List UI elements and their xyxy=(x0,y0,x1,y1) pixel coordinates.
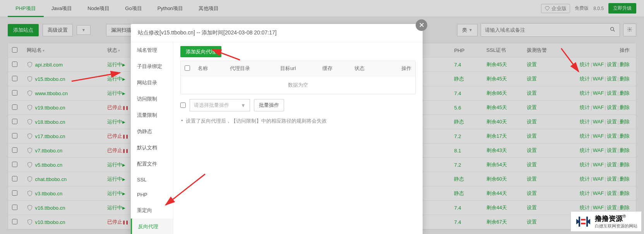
proxy-col-target: 目标url xyxy=(276,61,319,76)
batch-row: 请选择批量操作 ▼ 批量操作 xyxy=(180,99,416,111)
batch-checkbox[interactable] xyxy=(180,102,186,108)
side-item-4[interactable]: 流量限制 xyxy=(131,107,173,123)
proxy-col-name: 名称 xyxy=(194,61,226,76)
side-item-11[interactable]: 反向代理 xyxy=(131,219,173,234)
side-item-6[interactable]: 默认文档 xyxy=(131,140,173,156)
side-item-3[interactable]: 访问限制 xyxy=(131,91,173,107)
svg-rect-10 xyxy=(581,223,586,224)
watermark-logo-icon xyxy=(575,215,592,228)
side-item-8[interactable]: SSL xyxy=(131,172,173,187)
watermark-subtitle: 白嫖互联网资源的网站 xyxy=(595,223,637,229)
modal-title: 站点修改[v15.ttbobo.cn] -- 添加时间[2024-03-08 2… xyxy=(131,24,423,42)
chevron-down-icon: ▼ xyxy=(241,102,246,108)
site-edit-modal: ✕ 站点修改[v15.ttbobo.cn] -- 添加时间[2024-03-08… xyxy=(131,24,423,234)
proxy-note: 设置了反向代理后，【访问限制】中的相应路径的规则将会失效 xyxy=(180,118,416,125)
side-item-0[interactable]: 域名管理 xyxy=(131,42,173,58)
watermark-title: 撸撸资源 xyxy=(595,215,623,222)
svg-rect-9 xyxy=(581,219,586,220)
empty-text: 数据为空 xyxy=(181,76,416,94)
side-item-7[interactable]: 配置文件 xyxy=(131,156,173,172)
proxy-col-dir: 代理目录 xyxy=(226,61,276,76)
close-icon[interactable]: ✕ xyxy=(416,19,427,31)
batch-action-button[interactable]: 批量操作 xyxy=(254,99,284,111)
modal-content: 添加反向代理 名称 代理目录 目标url 缓存 状态 操作 数据为空 xyxy=(173,42,423,234)
proxy-empty-row: 数据为空 xyxy=(181,76,416,94)
side-item-5[interactable]: 伪静态 xyxy=(131,123,173,140)
proxy-col-status: 状态 xyxy=(351,61,383,76)
proxy-col-cache: 缓存 xyxy=(319,61,351,76)
side-item-10[interactable]: 重定向 xyxy=(131,202,173,219)
proxy-select-all-checkbox[interactable] xyxy=(185,65,190,71)
proxy-table: 名称 代理目录 目标url 缓存 状态 操作 数据为空 xyxy=(180,61,416,94)
watermark: 撸撸资源® 白嫖互联网资源的网站 xyxy=(570,211,642,232)
registered-icon: ® xyxy=(623,214,626,219)
modal-side-menu: 域名管理子目录绑定网站目录访问限制流量限制伪静态默认文档配置文件SSLPHP重定… xyxy=(131,42,173,234)
side-item-9[interactable]: PHP xyxy=(131,187,173,202)
side-item-2[interactable]: 网站目录 xyxy=(131,75,173,91)
add-proxy-button[interactable]: 添加反向代理 xyxy=(180,46,221,57)
side-item-1[interactable]: 子目录绑定 xyxy=(131,58,173,75)
batch-select[interactable]: 请选择批量操作 ▼ xyxy=(190,99,250,111)
proxy-col-ops: 操作 xyxy=(383,61,415,76)
batch-placeholder: 请选择批量操作 xyxy=(194,102,229,109)
